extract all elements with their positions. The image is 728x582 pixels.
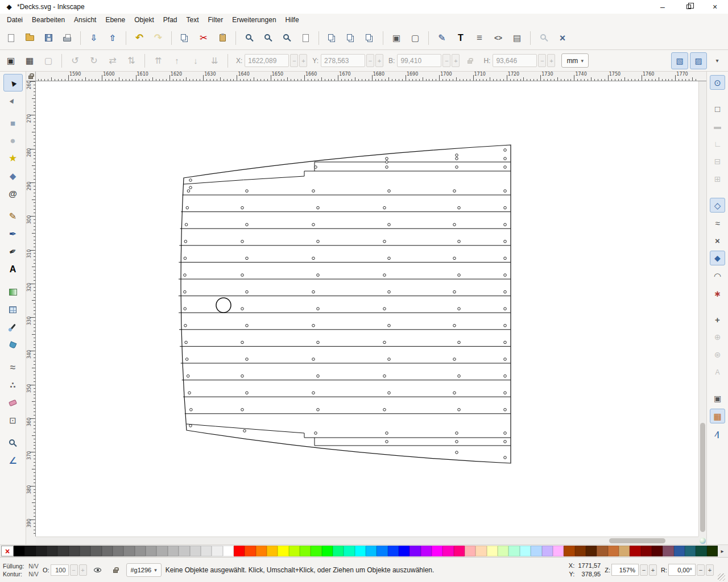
snap-bbox-edge-midpoints-button[interactable]: ⊟ (710, 154, 725, 169)
color-swatch[interactable] (36, 546, 47, 556)
zoom-decrease-button[interactable]: − (640, 564, 648, 576)
color-swatch[interactable] (630, 546, 640, 556)
y-decrease-button[interactable]: − (366, 54, 374, 67)
vertical-ruler[interactable]: 2602702802903003103203303403503603703803… (26, 81, 36, 537)
color-swatch[interactable] (135, 546, 146, 556)
selector-tool-button[interactable]: ▲ (3, 74, 23, 92)
color-swatch[interactable] (47, 546, 57, 556)
tweak-tool-button[interactable]: ≈ (3, 359, 23, 376)
undo-button[interactable]: ↶ (131, 30, 148, 47)
mesh-gradient-tool-button[interactable] (3, 301, 23, 318)
snap-rotation-centers-button[interactable]: ⊛ (710, 347, 725, 362)
color-swatch[interactable] (90, 546, 101, 556)
snap-path-intersections-button[interactable]: × (710, 233, 725, 248)
open-file-button[interactable] (21, 30, 38, 47)
export-button[interactable]: ⇧ (104, 30, 121, 47)
color-swatch[interactable] (156, 546, 167, 556)
ungroup-button[interactable]: ▢ (407, 30, 424, 47)
align-distribute-dialog-button[interactable]: ▤ (508, 30, 526, 47)
snap-object-centers-button[interactable]: ⊕ (710, 330, 725, 344)
color-swatch[interactable] (80, 546, 90, 556)
height-input[interactable]: 93,646 (493, 54, 537, 67)
snap-page-border-button[interactable]: ▣ (710, 391, 725, 406)
color-swatch[interactable] (564, 546, 574, 556)
color-swatch[interactable] (696, 546, 706, 556)
ellipse-tool-button[interactable]: ● (3, 132, 23, 149)
color-swatch[interactable] (146, 546, 156, 556)
color-swatch[interactable] (442, 546, 453, 556)
menu-pfad[interactable]: Pfad (159, 15, 182, 25)
layer-selector[interactable]: #g1296 ▾ (126, 563, 162, 577)
move-gradients-toggle-button[interactable]: ▧ (671, 52, 688, 69)
spray-tool-button[interactable]: ∴ (3, 376, 23, 394)
color-swatch[interactable] (322, 546, 333, 556)
deselect-button[interactable]: ▢ (40, 52, 57, 69)
snap-midpoints-button[interactable]: ∗ (710, 286, 725, 301)
color-swatch[interactable] (256, 546, 267, 556)
width-increase-button[interactable]: + (452, 54, 460, 67)
x-input[interactable]: 1622,089 (245, 54, 289, 67)
color-swatch[interactable] (619, 546, 630, 556)
color-swatch[interactable] (575, 546, 586, 556)
y-input[interactable]: 278,563 (321, 54, 365, 67)
width-input[interactable]: 99,410 (397, 54, 441, 67)
copy-button[interactable] (176, 30, 193, 47)
menu-datei[interactable]: Datei (2, 15, 27, 25)
raise-to-top-button[interactable]: ⇈ (150, 52, 167, 69)
horizontal-scrollbar[interactable] (36, 537, 698, 544)
zoom-drawing-button[interactable] (259, 30, 276, 47)
color-swatch[interactable] (300, 546, 311, 556)
color-swatch[interactable] (542, 546, 553, 556)
new-document-button[interactable] (2, 30, 19, 47)
fill-stroke-dialog-button[interactable]: ✎ (433, 30, 450, 47)
lower-to-bottom-button[interactable]: ⇊ (206, 52, 223, 69)
color-swatch[interactable] (674, 546, 685, 556)
snap-text-baseline-button[interactable]: A (710, 365, 725, 380)
color-swatch[interactable] (707, 546, 718, 556)
eraser-tool-button[interactable] (3, 394, 23, 411)
color-swatch[interactable] (663, 546, 673, 556)
zoom-page-button[interactable] (278, 30, 295, 47)
lock-aspect-ratio-button[interactable] (461, 52, 478, 69)
rotate-cw-button[interactable]: ↻ (85, 52, 102, 69)
deck-cutout-circle[interactable] (216, 298, 231, 313)
gradient-tool-button[interactable] (3, 283, 23, 301)
xml-editor-button[interactable]: <> (490, 30, 507, 47)
unlink-clone-button[interactable] (361, 30, 378, 47)
opacity-increase-button[interactable]: + (79, 564, 87, 576)
vertical-scrollbar-thumb[interactable] (700, 423, 705, 532)
color-swatch[interactable] (531, 546, 541, 556)
zoom-page-width-button[interactable] (297, 30, 314, 47)
x-increase-button[interactable]: + (299, 54, 307, 67)
pen-tool-button[interactable]: ✒ (3, 225, 23, 243)
height-increase-button[interactable]: + (547, 54, 555, 67)
color-swatch[interactable] (608, 546, 619, 556)
rotation-decrease-button[interactable]: − (697, 564, 705, 576)
color-swatch[interactable] (685, 546, 696, 556)
menu-ansicht[interactable]: Ansicht (69, 15, 101, 25)
color-swatch[interactable] (465, 546, 475, 556)
color-swatch[interactable] (355, 546, 366, 556)
snap-nodes-button[interactable]: ◇ (710, 198, 725, 213)
resize-grip[interactable] (718, 573, 725, 581)
restore-button[interactable] (676, 0, 702, 14)
color-swatch[interactable] (597, 546, 607, 556)
deck-drawing[interactable] (36, 81, 698, 537)
layer-visibility-toggle[interactable] (91, 563, 105, 577)
snap-paths-button[interactable]: ≈ (710, 215, 725, 230)
lower-button[interactable]: ↓ (187, 52, 204, 69)
calligraphy-tool-button[interactable]: ✒ (3, 243, 23, 260)
color-swatch[interactable] (421, 546, 432, 556)
layers-dialog-button[interactable]: ≡ (471, 30, 488, 47)
menu-ebene[interactable]: Ebene (101, 15, 130, 25)
snap-bbox-edges-button[interactable]: ▬ (710, 119, 725, 134)
dropper-tool-button[interactable] (3, 318, 23, 336)
vertical-scrollbar[interactable] (698, 81, 706, 537)
canvas[interactable] (36, 81, 698, 537)
no-color-swatch[interactable]: × (1, 546, 14, 556)
color-swatch[interactable] (123, 546, 134, 556)
color-swatch[interactable] (168, 546, 179, 556)
find-button[interactable] (535, 30, 552, 47)
color-swatch[interactable] (179, 546, 189, 556)
import-button[interactable]: ⇩ (85, 30, 102, 47)
